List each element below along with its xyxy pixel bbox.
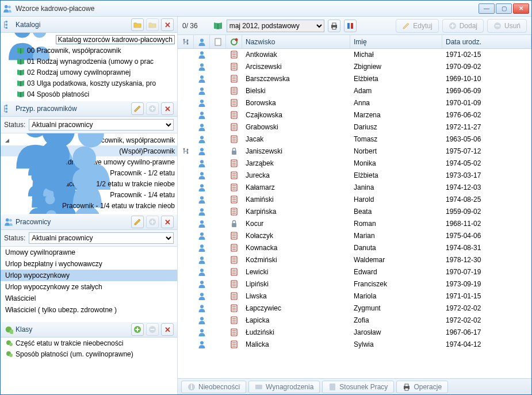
close-button[interactable]: ✕: [513, 3, 529, 14]
edit-przyp-button[interactable]: [131, 102, 144, 115]
open-folder-button[interactable]: [146, 18, 159, 31]
przyp-status-select[interactable]: Aktualni pracownicy: [29, 119, 174, 131]
table-row[interactable]: JaniszewskiNorbert1975-07-12: [178, 145, 531, 158]
document-icon: [231, 208, 238, 216]
svg-rect-31: [330, 384, 335, 390]
remove-klasy-button[interactable]: [146, 323, 159, 336]
table-row[interactable]: MalickaSylwia1974-04-12: [178, 339, 531, 351]
katalogi-tree[interactable]: Katalog wzorców kadrowo-płacowych 00 Pra…: [1, 33, 177, 101]
katalog-item[interactable]: 00 Pracownik, współpracownik: [1, 45, 177, 56]
table-row[interactable]: KoźmińskiWaldemar1978-12-30: [178, 254, 531, 266]
katalog-root[interactable]: Katalog wzorców kadrowo-płacowych: [1, 34, 177, 45]
new-folder-button[interactable]: [131, 18, 144, 31]
table-row[interactable]: KarpińskaBeata1959-09-02: [178, 206, 531, 218]
table-row[interactable]: BielskiAdam1969-06-09: [178, 85, 531, 97]
tab-stosunek[interactable]: Stosunek Pracy: [322, 381, 394, 393]
table-row[interactable]: JureckaElżbieta1973-03-17: [178, 170, 531, 182]
pracownicy-item[interactable]: Właściciel: [1, 293, 177, 304]
pracownicy-item[interactable]: Urlop wypoczynkowy: [1, 270, 177, 281]
klasy-item[interactable]: Sposób płatności (um. cywilnoprawne): [1, 348, 177, 359]
grid-header: Nazwisko Imię Data urodz.: [178, 35, 531, 49]
table-row[interactable]: BorowskaAnna1970-01-09: [178, 97, 531, 109]
svg-text:i: i: [190, 383, 192, 391]
table-row[interactable]: LewickiEdward1970-07-19: [178, 266, 531, 278]
delete-pracownicy-button[interactable]: ✕: [161, 216, 174, 228]
pracownicy-status-select[interactable]: Aktualni pracownicy: [29, 232, 174, 244]
status-label: Status:: [4, 234, 25, 242]
table-row[interactable]: ArciszewskiZbigniew1970-09-02: [178, 61, 531, 73]
people-icon: [26, 189, 60, 214]
tab-operacje[interactable]: Operacje: [396, 381, 448, 393]
print-button[interactable]: [328, 20, 340, 32]
katalog-item[interactable]: 03 Ulga podatkowa, koszty uzyskania, pro: [1, 78, 177, 89]
add-przyp-button[interactable]: [146, 102, 159, 115]
katalog-item[interactable]: 01 Rodzaj wynagrodzenia (umowy o prac: [1, 56, 177, 67]
col-person-icon[interactable]: [194, 35, 210, 48]
add-button[interactable]: Dodaj: [442, 19, 484, 33]
document-icon: [231, 51, 238, 59]
table-row[interactable]: AntkowiakMichał1971-02-15: [178, 49, 531, 61]
table-row[interactable]: KocurRoman1968-11-02: [178, 218, 531, 230]
export-button[interactable]: [344, 20, 357, 32]
title-bar: Wzorce kadrowo-płacowe — ▢ ✕: [1, 1, 531, 17]
col-refresh-icon[interactable]: [226, 35, 242, 48]
document-icon: [231, 171, 238, 179]
col-name[interactable]: Nazwisko: [242, 35, 350, 48]
pracownicy-item[interactable]: Umowy cywilnoprawne: [1, 247, 177, 258]
table-row[interactable]: LiwskaMariola1971-01-15: [178, 290, 531, 302]
pracownicy-label: Pracownicy: [16, 218, 129, 226]
add-klasy-button[interactable]: [131, 323, 144, 336]
document-icon: [231, 159, 238, 167]
period-select[interactable]: maj 2012, podstawowy: [227, 20, 324, 32]
col-doc-icon[interactable]: [210, 35, 226, 48]
edit-pracownicy-button[interactable]: [131, 216, 144, 228]
maximize-button[interactable]: ▢: [496, 3, 512, 14]
col-dob[interactable]: Data urodz.: [442, 35, 531, 48]
minimize-button[interactable]: —: [479, 3, 495, 14]
klasy-list[interactable]: Część etatu w trakcie nieobecnościSposób…: [1, 338, 177, 394]
tab-nieobecnosci[interactable]: iNieobecności: [181, 381, 246, 393]
klasy-header: Klasy ✕: [1, 321, 177, 338]
table-row[interactable]: CzajkowskaMarzena1976-06-02: [178, 109, 531, 121]
przyp-item[interactable]: Pracownik - 1/4 etatu w trakcie nieob: [1, 200, 177, 211]
delete-button[interactable]: Usuń: [487, 19, 527, 33]
table-row[interactable]: LipińskiFranciszek1973-09-19: [178, 278, 531, 290]
table-row[interactable]: KałamarzJanina1974-12-03: [178, 182, 531, 194]
katalog-item[interactable]: 02 Rodzaj umowy cywilnoprawnej: [1, 67, 177, 78]
add-pracownicy-button[interactable]: [146, 216, 159, 228]
delete-katalog-button[interactable]: ✕: [161, 18, 174, 31]
delete-przyp-button[interactable]: ✕: [161, 102, 174, 115]
pracownicy-item[interactable]: Właściciel ( tylko ubezp. zdrowotne ): [1, 304, 177, 316]
table-row[interactable]: JacakTomasz1963-05-06: [178, 133, 531, 145]
doc-icon: [328, 383, 336, 391]
table-row[interactable]: JarząbekMonika1974-05-02: [178, 158, 531, 170]
table-row[interactable]: GrabowskiDariusz1972-11-27: [178, 121, 531, 133]
col-first[interactable]: Imię: [350, 35, 442, 48]
klasy-icon: [4, 325, 13, 334]
printer-icon: [403, 383, 411, 391]
table-row[interactable]: ŁapczywiecZygmunt1972-02-02: [178, 302, 531, 315]
table-row[interactable]: ŁudzińskiJarosław1967-06-17: [178, 327, 531, 339]
grid-body[interactable]: AntkowiakMichał1971-02-15ArciszewskiZbig…: [178, 49, 531, 378]
table-row[interactable]: KownackaDanuta1974-08-31: [178, 242, 531, 254]
katalog-item[interactable]: 04 Sposób płatności: [1, 89, 177, 99]
col-tree-icon[interactable]: [178, 35, 194, 48]
people-icon: [4, 217, 13, 227]
pracownicy-item[interactable]: Urlop bezpłatny i wychowawczy: [1, 258, 177, 270]
table-row[interactable]: KołaczykMarian1975-04-06: [178, 230, 531, 242]
przyp-tree[interactable]: ◢ 00 Pracownik, współpracownik (Współ)Pr…: [1, 133, 177, 214]
edit-button[interactable]: Edytuj: [396, 19, 438, 33]
delete-klasy-button[interactable]: ✕: [161, 323, 174, 336]
table-row[interactable]: KamińskiHarold1974-08-25: [178, 194, 531, 206]
table-row[interactable]: ŁapickaZofia1972-02-02: [178, 315, 531, 327]
green-dot-icon: [5, 339, 13, 347]
pracownicy-list[interactable]: Umowy cywilnoprawneUrlop bezpłatny i wyc…: [1, 247, 177, 321]
person-icon: [198, 304, 206, 312]
pracownicy-item[interactable]: Urlop wypoczynkowy ze stałych: [1, 281, 177, 293]
document-icon: [231, 268, 238, 276]
tab-wynagrodzenia[interactable]: Wynagrodzenia: [248, 381, 320, 393]
table-row[interactable]: BarszczewskaElżbieta1969-10-10: [178, 73, 531, 85]
document-icon: [231, 316, 238, 324]
person-icon: [198, 256, 206, 264]
klasy-item[interactable]: Część etatu w trakcie nieobecności: [1, 338, 177, 348]
